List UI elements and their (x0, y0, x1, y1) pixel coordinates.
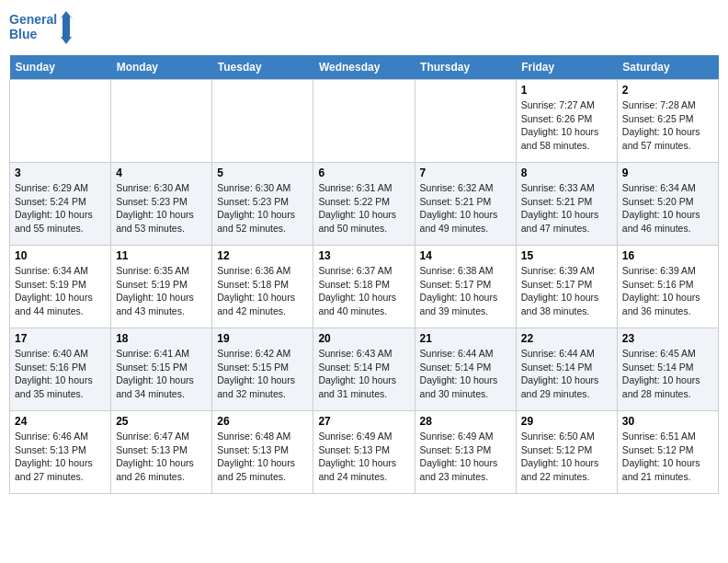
day-number: 28 (420, 415, 511, 428)
calendar-cell: 20Sunrise: 6:43 AM Sunset: 5:14 PM Dayli… (313, 328, 415, 411)
day-number: 21 (420, 332, 511, 345)
day-info: Sunrise: 6:39 AM Sunset: 5:17 PM Dayligh… (521, 264, 612, 318)
calendar-cell: 27Sunrise: 6:49 AM Sunset: 5:13 PM Dayli… (313, 411, 415, 494)
calendar-cell (212, 80, 313, 163)
calendar-cell: 25Sunrise: 6:47 AM Sunset: 5:13 PM Dayli… (111, 411, 212, 494)
day-info: Sunrise: 6:49 AM Sunset: 5:13 PM Dayligh… (318, 430, 409, 484)
calendar-cell: 2Sunrise: 7:28 AM Sunset: 6:25 PM Daylig… (617, 80, 718, 163)
day-number: 3 (15, 167, 106, 179)
day-number: 30 (622, 415, 713, 428)
calendar-week-row: 1Sunrise: 7:27 AM Sunset: 6:26 PM Daylig… (10, 80, 719, 163)
weekday-header: Friday (516, 55, 617, 80)
day-info: Sunrise: 6:44 AM Sunset: 5:14 PM Dayligh… (521, 347, 612, 401)
day-number: 14 (420, 249, 511, 262)
day-number: 24 (15, 415, 106, 428)
day-number: 4 (116, 167, 207, 179)
day-number: 13 (318, 249, 409, 262)
day-number: 19 (217, 332, 308, 345)
day-info: Sunrise: 6:45 AM Sunset: 5:14 PM Dayligh… (622, 347, 713, 401)
calendar-cell: 24Sunrise: 6:46 AM Sunset: 5:13 PM Dayli… (10, 411, 111, 494)
calendar-cell: 7Sunrise: 6:32 AM Sunset: 5:21 PM Daylig… (415, 163, 516, 246)
calendar-cell (415, 80, 516, 163)
day-number: 23 (622, 332, 713, 345)
day-number: 6 (318, 167, 409, 179)
day-number: 18 (116, 332, 207, 345)
calendar-cell (10, 80, 111, 163)
day-info: Sunrise: 6:37 AM Sunset: 5:18 PM Dayligh… (318, 264, 409, 318)
day-info: Sunrise: 7:28 AM Sunset: 6:25 PM Dayligh… (622, 98, 713, 153)
calendar-cell: 10Sunrise: 6:34 AM Sunset: 5:19 PM Dayli… (10, 246, 111, 328)
weekday-header: Sunday (10, 55, 111, 80)
day-info: Sunrise: 6:40 AM Sunset: 5:16 PM Dayligh… (15, 347, 106, 401)
calendar-cell: 30Sunrise: 6:51 AM Sunset: 5:12 PM Dayli… (617, 411, 718, 494)
calendar-cell (111, 80, 212, 163)
day-info: Sunrise: 6:43 AM Sunset: 5:14 PM Dayligh… (318, 347, 409, 401)
logo: General Blue (9, 9, 74, 48)
day-info: Sunrise: 6:30 AM Sunset: 5:23 PM Dayligh… (217, 181, 308, 236)
calendar-cell: 29Sunrise: 6:50 AM Sunset: 5:12 PM Dayli… (516, 411, 617, 494)
day-number: 26 (217, 415, 308, 428)
svg-text:Blue: Blue (9, 27, 38, 41)
calendar-cell: 3Sunrise: 6:29 AM Sunset: 5:24 PM Daylig… (10, 163, 111, 246)
day-info: Sunrise: 6:38 AM Sunset: 5:17 PM Dayligh… (420, 264, 511, 318)
calendar-cell (313, 80, 415, 163)
day-number: 22 (521, 332, 612, 345)
weekday-header: Monday (111, 55, 212, 80)
calendar-week-row: 24Sunrise: 6:46 AM Sunset: 5:13 PM Dayli… (10, 411, 719, 494)
svg-marker-2 (59, 11, 74, 44)
day-info: Sunrise: 6:34 AM Sunset: 5:20 PM Dayligh… (622, 181, 713, 236)
day-info: Sunrise: 6:34 AM Sunset: 5:19 PM Dayligh… (15, 264, 106, 318)
calendar-cell: 15Sunrise: 6:39 AM Sunset: 5:17 PM Dayli… (516, 246, 617, 328)
day-info: Sunrise: 6:31 AM Sunset: 5:22 PM Dayligh… (318, 181, 409, 236)
calendar-cell: 13Sunrise: 6:37 AM Sunset: 5:18 PM Dayli… (313, 246, 415, 328)
logo-svg: General Blue (9, 9, 74, 48)
day-number: 17 (15, 332, 106, 345)
day-info: Sunrise: 6:30 AM Sunset: 5:23 PM Dayligh… (116, 181, 207, 236)
day-number: 15 (521, 249, 612, 262)
calendar-cell: 6Sunrise: 6:31 AM Sunset: 5:22 PM Daylig… (313, 163, 415, 246)
calendar-cell: 17Sunrise: 6:40 AM Sunset: 5:16 PM Dayli… (10, 328, 111, 411)
calendar-cell: 18Sunrise: 6:41 AM Sunset: 5:15 PM Dayli… (111, 328, 212, 411)
calendar-cell: 1Sunrise: 7:27 AM Sunset: 6:26 PM Daylig… (516, 80, 617, 163)
day-info: Sunrise: 6:35 AM Sunset: 5:19 PM Dayligh… (116, 264, 207, 318)
calendar-cell: 19Sunrise: 6:42 AM Sunset: 5:15 PM Dayli… (212, 328, 313, 411)
calendar-cell: 16Sunrise: 6:39 AM Sunset: 5:16 PM Dayli… (617, 246, 718, 328)
calendar-cell: 22Sunrise: 6:44 AM Sunset: 5:14 PM Dayli… (516, 328, 617, 411)
calendar-week-row: 3Sunrise: 6:29 AM Sunset: 5:24 PM Daylig… (10, 163, 719, 246)
day-info: Sunrise: 6:41 AM Sunset: 5:15 PM Dayligh… (116, 347, 207, 401)
day-number: 27 (318, 415, 409, 428)
day-info: Sunrise: 6:49 AM Sunset: 5:13 PM Dayligh… (420, 430, 511, 484)
calendar-cell: 5Sunrise: 6:30 AM Sunset: 5:23 PM Daylig… (212, 163, 313, 246)
day-info: Sunrise: 6:32 AM Sunset: 5:21 PM Dayligh… (420, 181, 511, 236)
day-info: Sunrise: 6:33 AM Sunset: 5:21 PM Dayligh… (521, 181, 612, 236)
day-info: Sunrise: 6:36 AM Sunset: 5:18 PM Dayligh… (217, 264, 308, 318)
day-info: Sunrise: 6:39 AM Sunset: 5:16 PM Dayligh… (622, 264, 713, 318)
page-header: General Blue (9, 9, 719, 48)
day-number: 1 (521, 84, 612, 97)
calendar-cell: 11Sunrise: 6:35 AM Sunset: 5:19 PM Dayli… (111, 246, 212, 328)
day-number: 25 (116, 415, 207, 428)
calendar-cell: 8Sunrise: 6:33 AM Sunset: 5:21 PM Daylig… (516, 163, 617, 246)
calendar-week-row: 10Sunrise: 6:34 AM Sunset: 5:19 PM Dayli… (10, 246, 719, 328)
day-info: Sunrise: 6:47 AM Sunset: 5:13 PM Dayligh… (116, 430, 207, 484)
calendar-cell: 4Sunrise: 6:30 AM Sunset: 5:23 PM Daylig… (111, 163, 212, 246)
day-info: Sunrise: 7:27 AM Sunset: 6:26 PM Dayligh… (521, 98, 612, 153)
day-info: Sunrise: 6:29 AM Sunset: 5:24 PM Dayligh… (15, 181, 106, 236)
svg-text:General: General (9, 12, 57, 27)
calendar-cell: 21Sunrise: 6:44 AM Sunset: 5:14 PM Dayli… (415, 328, 516, 411)
day-info: Sunrise: 6:46 AM Sunset: 5:13 PM Dayligh… (15, 430, 106, 484)
day-info: Sunrise: 6:42 AM Sunset: 5:15 PM Dayligh… (217, 347, 308, 401)
day-number: 5 (217, 167, 308, 179)
day-number: 10 (15, 249, 106, 262)
day-number: 11 (116, 249, 207, 262)
day-number: 20 (318, 332, 409, 345)
day-number: 8 (521, 167, 612, 179)
weekday-header: Thursday (415, 55, 516, 80)
day-number: 9 (622, 167, 713, 179)
weekday-header: Wednesday (313, 55, 415, 80)
weekday-header: Tuesday (212, 55, 313, 80)
day-number: 12 (217, 249, 308, 262)
day-info: Sunrise: 6:44 AM Sunset: 5:14 PM Dayligh… (420, 347, 511, 401)
day-info: Sunrise: 6:51 AM Sunset: 5:12 PM Dayligh… (622, 430, 713, 484)
calendar-cell: 23Sunrise: 6:45 AM Sunset: 5:14 PM Dayli… (617, 328, 718, 411)
